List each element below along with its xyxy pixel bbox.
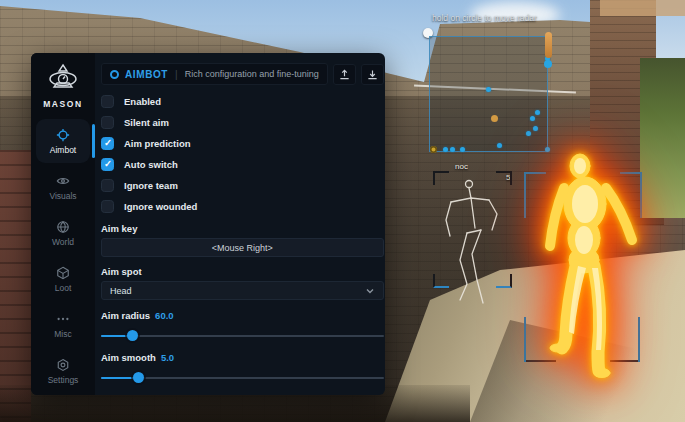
radar-dot-blue bbox=[460, 147, 465, 152]
aim-key-bind-button[interactable]: <Mouse Right> bbox=[101, 238, 384, 257]
sidebar-item-label: Misc bbox=[54, 329, 71, 339]
radar-dot-orange bbox=[491, 115, 498, 122]
radar-dot-blue bbox=[530, 116, 535, 121]
radar-dot-blue bbox=[450, 147, 455, 152]
crosshair-icon bbox=[56, 128, 70, 142]
slider-thumb[interactable] bbox=[133, 372, 144, 383]
slider-thumb[interactable] bbox=[127, 330, 138, 341]
sidebar-item-world[interactable]: World bbox=[36, 211, 90, 255]
export-config-button[interactable] bbox=[361, 64, 384, 85]
slider-value: 60.0 bbox=[155, 310, 174, 321]
checkbox-ignore-team[interactable] bbox=[101, 179, 114, 192]
checkbox-ignore-wounded[interactable] bbox=[101, 200, 114, 213]
esp-player-name: noc bbox=[455, 162, 468, 171]
sidebar-item-label: Settings bbox=[48, 375, 79, 385]
checkbox-label: Ignore team bbox=[124, 180, 178, 191]
checkbox-silent-aim[interactable] bbox=[101, 116, 114, 129]
checkbox-label: Silent aim bbox=[124, 117, 169, 128]
radar-dot-blue bbox=[533, 126, 538, 131]
ellipsis-icon bbox=[56, 312, 70, 326]
checkbox-label: Ignore wounded bbox=[124, 201, 197, 212]
tab-content-aimbot: AIMBOT | Rich configuration and fine-tun… bbox=[95, 53, 394, 395]
checkbox-aim-prediction[interactable] bbox=[101, 137, 114, 150]
checkbox-row-silent-aim: Silent aim bbox=[101, 112, 384, 133]
aim-key-label: Aim key bbox=[101, 223, 384, 234]
title-separator: | bbox=[175, 69, 178, 80]
sidebar-item-loot[interactable]: Loot bbox=[36, 257, 90, 301]
sidebar-nav: Aimbot Visuals World bbox=[31, 119, 95, 393]
checkbox-auto-switch[interactable] bbox=[101, 158, 114, 171]
aim-spot-label: Aim spot bbox=[101, 266, 384, 277]
checkbox-label: Auto switch bbox=[124, 159, 178, 170]
sidebar-item-settings[interactable]: Settings bbox=[36, 349, 90, 393]
radar-dot-blue bbox=[544, 60, 552, 68]
tab-subtitle: Rich configuration and fine-tuning bbox=[185, 69, 319, 79]
radar-hint-text: hold on circle to move radar bbox=[432, 13, 537, 23]
import-config-button[interactable] bbox=[333, 64, 356, 85]
checkbox-row-ignore-wounded: Ignore wounded bbox=[101, 196, 384, 217]
download-icon bbox=[367, 69, 378, 80]
aim-spot-select[interactable]: Head bbox=[101, 281, 384, 300]
gear-icon bbox=[56, 358, 70, 372]
cube-icon bbox=[56, 266, 70, 280]
logo-text: MASON bbox=[43, 99, 83, 109]
eye-icon bbox=[56, 174, 70, 188]
sidebar-item-aimbot[interactable]: Aimbot bbox=[36, 119, 90, 163]
mason-logo-icon bbox=[44, 63, 82, 95]
checkbox-label: Enabled bbox=[124, 96, 161, 107]
upload-icon bbox=[339, 69, 350, 80]
checkbox-label: Aim prediction bbox=[124, 138, 191, 149]
radar-dot-gold bbox=[430, 146, 437, 153]
checkbox-row-enabled: Enabled bbox=[101, 91, 384, 112]
aim-radius-label-row: Aim radius 60.0 bbox=[101, 310, 384, 321]
spinner-ring-icon bbox=[110, 70, 119, 79]
tab-header: AIMBOT | Rich configuration and fine-tun… bbox=[101, 63, 384, 85]
aim-smooth-label-row: Aim smooth 5.0 bbox=[101, 352, 384, 363]
left-brick-wall bbox=[0, 150, 31, 422]
sidebar: MASON Aimbot Visuals bbox=[31, 53, 95, 395]
cheat-menu-panel: MASON Aimbot Visuals bbox=[31, 53, 385, 395]
glowing-player bbox=[540, 142, 655, 380]
sidebar-item-label: World bbox=[52, 237, 74, 247]
aim-spot-value: Head bbox=[110, 286, 132, 296]
radar-dot-blue bbox=[535, 110, 540, 115]
chevron-down-icon bbox=[365, 286, 375, 296]
aim-radius-slider[interactable] bbox=[101, 330, 384, 341]
radar-dot-blue bbox=[443, 147, 448, 152]
sunlit-wall-top bbox=[600, 0, 685, 16]
tab-header-box: AIMBOT | Rich configuration and fine-tun… bbox=[101, 63, 328, 85]
sidebar-item-label: Visuals bbox=[49, 191, 76, 201]
sidebar-item-misc[interactable]: Misc bbox=[36, 303, 90, 347]
game-screen: hold on circle to move radar noc 5 bbox=[0, 0, 685, 422]
skeleton-esp bbox=[437, 176, 509, 306]
radar-dot-blue bbox=[497, 143, 502, 148]
sidebar-item-label: Loot bbox=[55, 283, 72, 293]
enemy-health-bar bbox=[545, 32, 552, 58]
aim-smooth-slider[interactable] bbox=[101, 372, 384, 383]
checkbox-row-ignore-team: Ignore team bbox=[101, 175, 384, 196]
slider-label: Aim smooth bbox=[101, 352, 156, 363]
slider-track[interactable] bbox=[101, 335, 384, 337]
slider-label: Aim radius bbox=[101, 310, 150, 321]
slider-value: 5.0 bbox=[161, 352, 174, 363]
radar-dot-blue bbox=[526, 131, 531, 136]
checkbox-row-aim-prediction: Aim prediction bbox=[101, 133, 384, 154]
radar-dot-blue bbox=[486, 87, 491, 92]
tab-title: AIMBOT bbox=[125, 69, 168, 80]
sidebar-item-visuals[interactable]: Visuals bbox=[36, 165, 90, 209]
checkbox-enabled[interactable] bbox=[101, 95, 114, 108]
checkbox-list: Enabled Silent aim Aim prediction Auto s… bbox=[101, 91, 384, 217]
checkbox-row-auto-switch: Auto switch bbox=[101, 154, 384, 175]
sidebar-item-label: Aimbot bbox=[50, 145, 76, 155]
globe-icon bbox=[56, 220, 70, 234]
